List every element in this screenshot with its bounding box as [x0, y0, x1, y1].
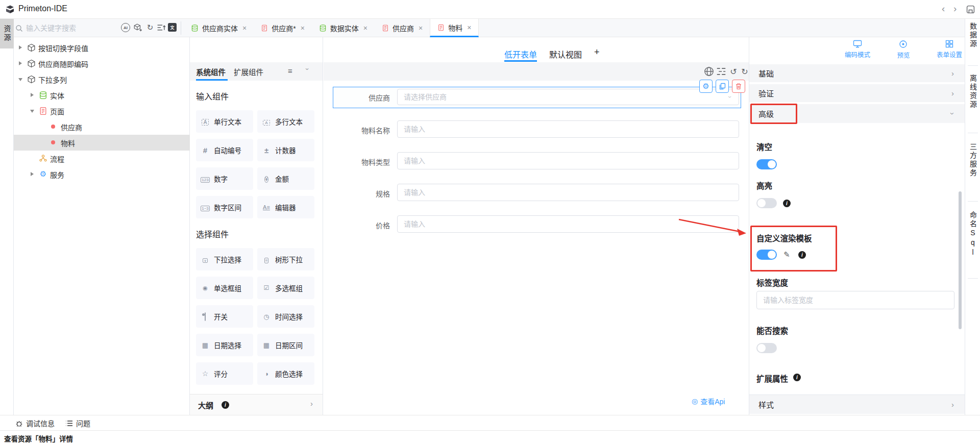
section-title-input: 输入组件 — [196, 90, 229, 102]
add-view-tab-button[interactable]: + — [594, 47, 600, 58]
close-icon[interactable]: × — [467, 23, 471, 32]
label-width-input[interactable] — [756, 291, 954, 309]
component-tile-counter[interactable]: ± 计数器 — [257, 139, 314, 161]
dock-tab-named-sql[interactable]: 命名Sql — [965, 211, 980, 258]
tree-item-supplier-page[interactable]: 供应商 — [14, 119, 190, 135]
searchable-toggle-off[interactable] — [756, 343, 777, 353]
globe-icon[interactable] — [704, 66, 714, 77]
component-tile-color-picker[interactable]: ◑ 颜色选择 — [257, 362, 314, 385]
collapse-panel-chevron-icon[interactable]: › — [304, 68, 311, 70]
view-tab-lowcode-form[interactable]: 低开表单 — [504, 48, 537, 60]
component-tile-tree-select[interactable]: ≡ 树形下拉 — [257, 248, 314, 270]
outline-structure-icon[interactable] — [716, 66, 726, 77]
nav-back-icon[interactable]: ‹ — [942, 3, 945, 14]
info-icon: i — [222, 401, 229, 409]
dock-tab-offline-resources[interactable]: 离线资源 — [965, 75, 980, 109]
chevron-down-icon[interactable] — [30, 110, 34, 113]
tree-item-process[interactable]: 流程 — [14, 151, 190, 166]
chevron-right-icon[interactable] — [19, 61, 22, 65]
preview-button[interactable]: 预览 — [897, 40, 910, 63]
component-tile-number-range[interactable]: 1~3 数字区间 — [196, 196, 253, 218]
supplier-select-input[interactable] — [397, 89, 739, 105]
accordion-advanced-expanded[interactable]: 高级 › — [749, 104, 965, 124]
tab-extended-components[interactable]: 扩展组件 — [234, 66, 263, 77]
code-mode-button[interactable]: 编码模式 — [845, 40, 870, 63]
tree-item-button-switch-field[interactable]: 按钮切换字段值 — [14, 40, 190, 56]
field-label-material-name: 物料名称 — [324, 125, 390, 135]
field-copy-button[interactable] — [716, 80, 729, 93]
component-tile-number[interactable]: 123 数字 — [196, 167, 253, 190]
search-input[interactable] — [26, 24, 108, 32]
problems-button[interactable]: 问题 — [65, 418, 90, 428]
component-tile-single-text[interactable]: A 单行文本 — [196, 110, 253, 133]
close-icon[interactable]: × — [419, 24, 423, 32]
field-settings-button[interactable]: ⚙ — [699, 80, 713, 93]
chevron-right-icon[interactable]: › — [310, 399, 313, 408]
outline-footer-bar[interactable]: 大纲 i › — [190, 394, 323, 415]
doc-tab-supplier-entity[interactable]: 供应商实体 × — [184, 19, 254, 37]
close-icon[interactable]: × — [242, 24, 247, 32]
close-icon[interactable]: × — [363, 24, 368, 32]
new-model-icon[interactable] — [133, 23, 142, 32]
component-tile-checkbox-group[interactable]: ☑ 多选框组 — [257, 277, 314, 299]
panel-menu-icon[interactable]: ≡ — [288, 66, 292, 75]
component-tile-radio-group[interactable]: ◉ 单选框组 — [196, 277, 253, 299]
accordion-style[interactable]: 样式 › — [749, 394, 965, 415]
material-name-input[interactable] — [397, 120, 739, 138]
form-settings-button[interactable]: 表单设置 — [937, 40, 962, 63]
chevron-right-icon[interactable] — [31, 172, 34, 176]
redo-icon[interactable]: ↻ — [740, 66, 750, 77]
refresh-icon[interactable]: ↻ — [145, 23, 155, 32]
panel-scrollbar[interactable] — [959, 191, 962, 329]
component-tile-switch[interactable]: 开关 — [196, 305, 253, 328]
doc-tab-material-active[interactable]: 物料 × — [430, 19, 479, 37]
tree-item-dropdown-multicol[interactable]: 下拉多列 — [14, 71, 190, 87]
component-tile-auto-number[interactable]: # 自动编号 — [196, 139, 253, 161]
custom-render-toggle-on[interactable] — [756, 250, 777, 260]
component-tile-select[interactable]: ∨ 下拉选择 — [196, 248, 253, 270]
tree-item-pages[interactable]: 页面 — [14, 103, 190, 119]
component-tile-rate[interactable]: ☆ 评分 — [196, 362, 253, 385]
field-delete-button[interactable] — [732, 80, 745, 93]
spec-input[interactable] — [397, 184, 739, 201]
component-tile-money[interactable]: ¥ 金额 — [257, 167, 314, 190]
component-tile-editor[interactable]: A≡ 编辑器 — [257, 196, 314, 218]
view-api-link[interactable]: ◎ 查看Api — [692, 396, 725, 406]
chevron-down-icon[interactable] — [18, 78, 22, 81]
save-icon[interactable] — [966, 5, 975, 14]
prop-label-searchable: 能否搜索 — [756, 325, 788, 336]
component-tile-time-picker[interactable]: ◷ 时间选择 — [257, 305, 314, 328]
material-type-input[interactable] — [397, 152, 739, 169]
undo-icon[interactable]: ↺ — [728, 66, 739, 77]
accordion-basic[interactable]: 基础 › — [749, 64, 965, 83]
resources-dock-tab[interactable]: 资源 — [0, 19, 14, 48]
tree-item-material-page-selected[interactable]: 物料 — [14, 135, 190, 151]
tab-system-components[interactable]: 系统组件 — [196, 66, 226, 77]
doc-tab-data-entity[interactable]: 数据实体 × — [312, 19, 375, 37]
tree-item-supplier-random-code[interactable]: 供应商随即编码 — [14, 56, 190, 71]
dock-tab-third-party-services[interactable]: 三方服务 — [965, 143, 980, 178]
sort-list-icon[interactable] — [157, 23, 166, 32]
nav-forward-icon[interactable]: › — [953, 3, 957, 14]
component-tile-date-picker[interactable]: ▦ 日期选择 — [196, 334, 253, 356]
view-tab-default-view[interactable]: 默认视图 — [549, 48, 582, 60]
debug-info-button[interactable]: 调试信息 — [15, 418, 55, 428]
dock-tab-datasource[interactable]: 数据源 — [965, 22, 980, 48]
clear-toggle-on[interactable] — [756, 159, 777, 169]
doc-tab-supplier-page[interactable]: 供应商 × — [375, 19, 430, 37]
tree-item-services[interactable]: ⚙ 服务 — [14, 166, 190, 182]
chevron-right-icon[interactable] — [31, 93, 34, 97]
component-tile-multi-text[interactable]: A 多行文本 — [257, 110, 314, 133]
tree-item-entity[interactable]: 实体 — [14, 87, 190, 103]
ai-assistant-icon[interactable]: AI — [121, 23, 130, 32]
close-icon[interactable]: × — [301, 24, 305, 32]
doc-tab-supplier-modified[interactable]: 供应商* × — [254, 19, 312, 37]
chevron-right-icon[interactable] — [19, 45, 22, 50]
edit-template-pencil-icon[interactable]: ✎ — [783, 250, 790, 259]
component-tile-date-range[interactable]: ▦ 日期区间 — [257, 334, 314, 356]
accordion-validation[interactable]: 验证 › — [749, 84, 965, 103]
script-language-icon[interactable]: 文 — [168, 23, 177, 32]
highlight-toggle-off[interactable] — [756, 198, 777, 208]
number-icon: 123 — [201, 177, 209, 183]
price-input[interactable] — [397, 215, 739, 233]
